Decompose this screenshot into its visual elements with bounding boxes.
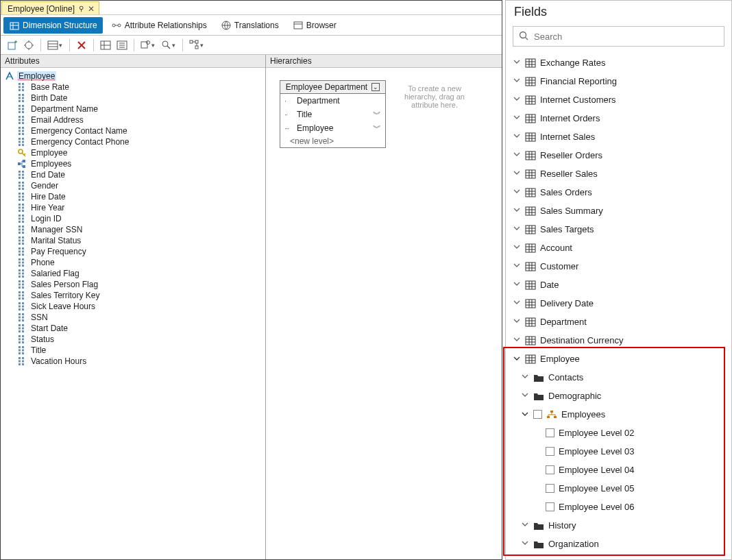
attribute-item[interactable]: Sales Person Flag xyxy=(17,279,263,290)
attribute-item[interactable]: Birth Date xyxy=(17,93,263,104)
attribute-item[interactable]: Hire Year xyxy=(17,202,263,213)
chevron-icon[interactable] xyxy=(513,224,521,234)
field-row[interactable]: Contacts xyxy=(506,368,731,387)
collapse-icon[interactable]: ⌄ xyxy=(371,83,380,91)
attribute-item[interactable]: Start Date xyxy=(17,323,263,334)
checkbox[interactable] xyxy=(546,447,554,456)
attribute-item[interactable]: Email Address xyxy=(17,114,263,125)
field-row[interactable]: Delivery Date xyxy=(506,294,731,313)
field-row[interactable]: Financial Reporting xyxy=(506,72,731,90)
attribute-item[interactable]: Title xyxy=(17,345,263,356)
attribute-item[interactable]: Department Name xyxy=(17,104,263,114)
attribute-item[interactable]: Sales Territory Key xyxy=(17,290,263,301)
find-icon[interactable] xyxy=(138,38,158,53)
search-input[interactable] xyxy=(534,32,718,42)
field-row[interactable]: Internet Sales xyxy=(506,127,731,146)
attribute-item[interactable]: Phone xyxy=(17,257,263,268)
chevron-icon[interactable] xyxy=(513,354,521,364)
field-row[interactable]: Account xyxy=(506,239,731,257)
chevron-icon[interactable] xyxy=(513,113,521,123)
chevron-icon[interactable] xyxy=(513,58,521,67)
attribute-item[interactable]: Login ID xyxy=(17,213,263,224)
section-tab-trans[interactable]: Translations xyxy=(215,17,284,34)
attribute-item[interactable]: SSN xyxy=(17,312,263,323)
document-tab[interactable]: Employee [Online] ⚲ ✕ xyxy=(1,1,99,14)
show-list-icon[interactable] xyxy=(114,38,130,53)
zoom-icon[interactable] xyxy=(159,38,178,53)
field-row[interactable]: Employee Level 04 xyxy=(506,461,731,479)
chevron-icon[interactable] xyxy=(521,391,529,400)
checkbox[interactable] xyxy=(546,502,554,511)
view-icon[interactable] xyxy=(45,38,65,53)
attribute-item[interactable]: End Date xyxy=(17,169,263,180)
chevron-icon[interactable] xyxy=(521,520,529,530)
checkbox[interactable] xyxy=(533,410,542,419)
chevron-icon[interactable] xyxy=(513,280,521,289)
show-table-icon[interactable] xyxy=(98,38,113,53)
field-row[interactable]: Employee xyxy=(506,350,731,368)
chevron-icon[interactable] xyxy=(513,243,521,252)
field-row[interactable]: Sales Targets xyxy=(506,220,731,239)
attribute-item[interactable]: Marital Status xyxy=(17,235,263,246)
chevron-icon[interactable] xyxy=(513,335,521,345)
chevron-icon[interactable] xyxy=(513,206,521,215)
close-icon[interactable]: ✕ xyxy=(88,4,95,14)
field-row[interactable]: Customer xyxy=(506,257,731,276)
attribute-item[interactable]: Salaried Flag xyxy=(17,268,263,279)
chevron-icon[interactable] xyxy=(513,95,521,104)
attribute-item[interactable]: Pay Frequency xyxy=(17,246,263,257)
chevron-icon[interactable] xyxy=(521,539,529,548)
field-row[interactable]: Reseller Orders xyxy=(506,146,731,165)
new-level-placeholder[interactable]: <new level> xyxy=(280,135,385,147)
attribute-item[interactable]: Employees xyxy=(17,158,263,169)
field-row[interactable]: Sales Orders xyxy=(506,183,731,202)
chevron-icon[interactable] xyxy=(513,261,521,271)
chevron-icon[interactable] xyxy=(513,150,521,160)
chevron-icon[interactable] xyxy=(521,410,529,419)
field-row[interactable]: Department xyxy=(506,313,731,331)
chevron-icon[interactable] xyxy=(521,372,529,382)
field-row[interactable]: Employee Level 05 xyxy=(506,479,731,498)
checkbox[interactable] xyxy=(546,484,554,493)
chevron-icon[interactable] xyxy=(513,298,521,308)
field-row[interactable]: Internet Orders xyxy=(506,109,731,127)
attribute-item[interactable]: Employee xyxy=(17,147,263,158)
field-row[interactable]: History xyxy=(506,516,731,535)
attribute-item[interactable]: Manager SSN xyxy=(17,224,263,235)
field-row[interactable]: Employees xyxy=(506,405,731,424)
attribute-item[interactable]: Emergency Contact Phone xyxy=(17,136,263,147)
section-tab-attrr[interactable]: Attribute Relationships xyxy=(106,17,212,34)
field-row[interactable]: Demographic xyxy=(506,387,731,405)
section-tab-dim[interactable]: Dimension Structure xyxy=(3,17,103,34)
field-row[interactable]: Reseller Sales xyxy=(506,165,731,183)
hierarchy-card[interactable]: Employee Department ⌄ ·Department··Title… xyxy=(280,80,386,148)
hierarchy-level[interactable]: ·Department xyxy=(280,94,385,108)
add-bi-icon[interactable] xyxy=(5,38,20,53)
attribute-item[interactable]: Status xyxy=(17,334,263,345)
field-row[interactable]: Destination Currency xyxy=(506,331,731,350)
field-row[interactable]: Date xyxy=(506,276,731,294)
attribute-root[interactable]: Employee xyxy=(5,71,263,82)
chevron-icon[interactable] xyxy=(513,132,521,141)
chevron-icon[interactable] xyxy=(513,169,521,178)
hierarchy-level[interactable]: ···Employee︾ xyxy=(280,121,385,135)
chevron-icon[interactable] xyxy=(513,76,521,86)
field-row[interactable]: Sales Summary xyxy=(506,202,731,220)
field-row[interactable]: Employee Level 02 xyxy=(506,424,731,442)
checkbox[interactable] xyxy=(546,428,554,437)
hierarchy-level[interactable]: ··Title︾ xyxy=(280,108,385,121)
field-row[interactable]: Employee Level 06 xyxy=(506,498,731,516)
section-tab-brow[interactable]: Browser xyxy=(287,17,342,34)
field-row[interactable]: Exchange Rates xyxy=(506,53,731,72)
process-icon[interactable] xyxy=(21,38,36,53)
chevron-icon[interactable] xyxy=(513,317,521,326)
chevron-icon[interactable] xyxy=(513,187,521,197)
field-row[interactable]: Employee Level 03 xyxy=(506,442,731,461)
field-row[interactable]: Organization xyxy=(506,535,731,553)
delete-icon[interactable] xyxy=(74,38,89,53)
attribute-item[interactable]: Hire Date xyxy=(17,191,263,202)
attribute-item[interactable]: Sick Leave Hours xyxy=(17,301,263,312)
pin-icon[interactable]: ⚲ xyxy=(79,5,84,12)
attribute-item[interactable]: Gender xyxy=(17,180,263,191)
tree-view-icon[interactable] xyxy=(187,38,206,53)
